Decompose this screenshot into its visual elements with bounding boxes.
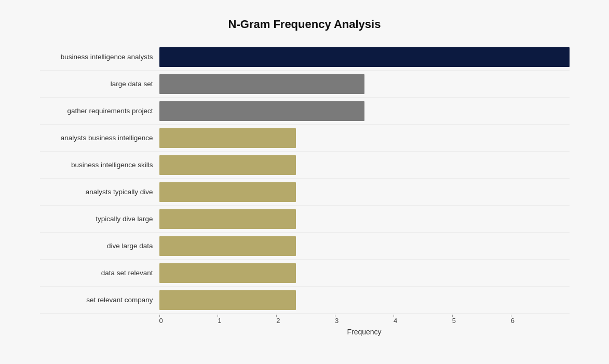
x-tick: 0 <box>159 317 218 325</box>
bar-track <box>159 152 570 178</box>
bar-row: set relevant company <box>40 287 570 314</box>
bar-row: analysts typically dive <box>40 179 570 206</box>
bar-track <box>159 125 570 151</box>
bar-label: typically dive large <box>40 215 159 223</box>
bar-track <box>159 206 570 232</box>
bar-fill <box>159 209 296 229</box>
bar-label: analysts typically dive <box>40 188 159 196</box>
x-tick: 1 <box>218 317 276 325</box>
bar-label: data set relevant <box>40 269 159 277</box>
bar-row: dive large data <box>40 233 570 260</box>
bar-fill <box>159 263 296 283</box>
bar-label: gather requirements project <box>40 107 159 115</box>
bar-fill <box>159 182 296 202</box>
bar-row: large data set <box>40 71 570 98</box>
bar-fill <box>159 290 296 310</box>
bar-track <box>159 98 570 124</box>
bar-row: analysts business intelligence <box>40 125 570 152</box>
bar-row: data set relevant <box>40 260 570 287</box>
bar-row: gather requirements project <box>40 98 570 125</box>
x-tick: 5 <box>452 317 511 325</box>
bar-fill <box>159 236 296 256</box>
bar-fill <box>159 101 364 121</box>
bar-track <box>159 233 570 259</box>
bar-fill <box>159 155 296 175</box>
x-axis-label: Frequency <box>159 328 570 336</box>
bar-fill <box>159 74 364 94</box>
bar-label: large data set <box>40 80 159 88</box>
x-axis: 0123456 <box>159 317 570 325</box>
bar-label: dive large data <box>40 242 159 250</box>
bar-track <box>159 260 570 286</box>
bar-fill <box>159 128 296 148</box>
bar-fill <box>159 47 570 67</box>
bar-row: business intelligence skills <box>40 152 570 179</box>
bar-track <box>159 179 570 205</box>
x-tick: 6 <box>511 317 570 325</box>
bar-label: set relevant company <box>40 296 159 304</box>
bar-row: business intelligence analysts <box>40 44 570 71</box>
x-tick: 2 <box>276 317 335 325</box>
bar-row: typically dive large <box>40 206 570 233</box>
bar-track <box>159 71 570 97</box>
x-tick: 3 <box>335 317 394 325</box>
chart-title: N-Gram Frequency Analysis <box>40 18 570 31</box>
bar-label: business intelligence analysts <box>40 53 159 61</box>
bar-track <box>159 44 570 70</box>
bar-label: analysts business intelligence <box>40 134 159 142</box>
bar-track <box>159 287 570 313</box>
x-tick: 4 <box>394 317 452 325</box>
chart-area: business intelligence analystslarge data… <box>40 44 570 314</box>
chart-container: N-Gram Frequency Analysis business intel… <box>19 7 590 357</box>
bar-label: business intelligence skills <box>40 161 159 169</box>
